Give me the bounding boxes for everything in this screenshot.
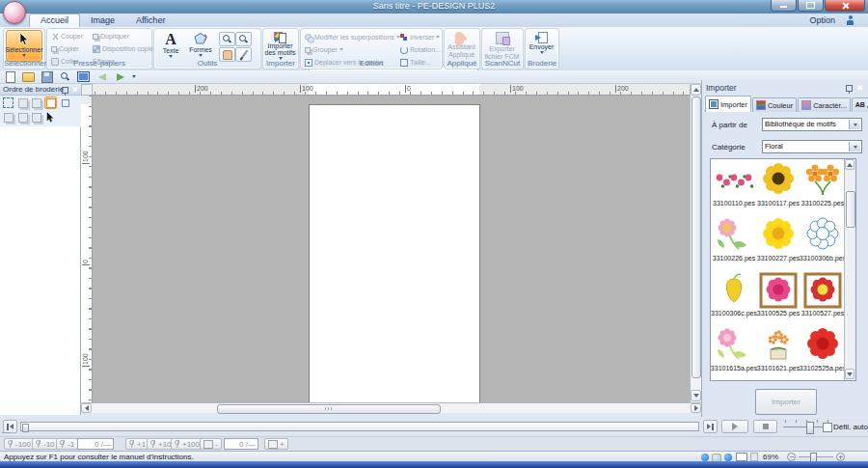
tab-caracteristiques[interactable]: Caractér... bbox=[798, 97, 851, 112]
zoom-in-button[interactable] bbox=[836, 453, 845, 461]
zoom-in-button[interactable] bbox=[219, 32, 235, 46]
motif-item[interactable]: 33101621.pes bbox=[756, 325, 800, 380]
new-button[interactable] bbox=[4, 71, 16, 82]
scroll-down-button[interactable] bbox=[691, 390, 701, 401]
import-patterns-button[interactable]: Importer des motifs bbox=[264, 30, 296, 60]
array-copies-button[interactable]: Disposition copies bbox=[93, 43, 162, 54]
tab-image[interactable]: Image bbox=[80, 14, 125, 27]
stop-button[interactable] bbox=[753, 420, 777, 433]
motif-item[interactable]: 33100226.pes bbox=[712, 215, 756, 270]
undo-button[interactable] bbox=[95, 71, 108, 82]
pick-button[interactable] bbox=[44, 111, 57, 124]
frame-view-button[interactable] bbox=[44, 96, 57, 109]
maximize-button[interactable] bbox=[798, 0, 824, 12]
frame-count-field[interactable]: 0 /— bbox=[224, 438, 258, 450]
pin-icon[interactable] bbox=[62, 87, 68, 94]
color-order-button[interactable] bbox=[2, 111, 14, 124]
toolbar-overflow-icon[interactable] bbox=[132, 75, 136, 78]
grid-scroll-thumb[interactable] bbox=[846, 191, 855, 228]
view-stitch-button[interactable] bbox=[701, 454, 709, 461]
stitch-count-field[interactable]: 0 /— bbox=[77, 438, 114, 450]
tab-importer[interactable]: Importer bbox=[705, 96, 751, 112]
play-button[interactable] bbox=[721, 420, 748, 433]
category-select[interactable]: Floral bbox=[762, 140, 862, 153]
go-last-button[interactable] bbox=[703, 420, 718, 433]
text-button[interactable]: A Texte bbox=[158, 30, 183, 60]
frame-plus-button[interactable]: + bbox=[264, 438, 288, 450]
save-button[interactable] bbox=[41, 71, 53, 82]
group-button[interactable]: Grouper bbox=[305, 44, 343, 55]
frame-minus-button[interactable]: - bbox=[200, 438, 222, 450]
stitch-minus-100-button[interactable]: -100 bbox=[4, 438, 35, 450]
horizontal-scrollbar[interactable] bbox=[81, 402, 701, 413]
motif-item[interactable]: 33100306b.pes bbox=[800, 215, 845, 270]
motif-item[interactable]: 33100225.pes bbox=[800, 160, 845, 215]
stitch-plus-100-button[interactable]: +100 bbox=[171, 438, 203, 450]
motif-item[interactable]: 33102525a.pes bbox=[800, 325, 845, 380]
design-property-button[interactable] bbox=[77, 71, 90, 82]
grid-scroll-down[interactable] bbox=[845, 369, 854, 379]
stitch-progress-thumb[interactable] bbox=[22, 424, 29, 432]
app-logo-icon[interactable] bbox=[3, 1, 26, 24]
applique-wizard-button[interactable]: Assistant Appliqué bbox=[446, 30, 477, 60]
scroll-up-button[interactable] bbox=[691, 84, 701, 96]
vertical-scrollbar[interactable] bbox=[690, 84, 701, 402]
scroll-right-button[interactable] bbox=[691, 403, 701, 413]
option-menu[interactable]: Option bbox=[809, 15, 835, 25]
flip-button[interactable]: Inverser bbox=[400, 32, 440, 42]
stitch-minus-1-button[interactable]: -1 bbox=[56, 438, 78, 450]
modify-overlaps-button[interactable]: Modifier les superpositions bbox=[305, 32, 400, 42]
motif-item[interactable]: 33100527.pes bbox=[800, 270, 845, 325]
design-page[interactable] bbox=[309, 104, 480, 402]
design-property-status-icon[interactable] bbox=[750, 453, 758, 461]
stitch-progress-track[interactable] bbox=[20, 422, 699, 431]
shapes-button[interactable]: Formes bbox=[186, 30, 215, 60]
grid-scrollbar[interactable] bbox=[844, 159, 855, 380]
select-button[interactable]: Sélectionner bbox=[6, 30, 42, 62]
open-button[interactable] bbox=[22, 71, 35, 82]
view-mode-button[interactable] bbox=[736, 453, 747, 461]
select-all-button[interactable] bbox=[2, 96, 14, 109]
export-fcm-button[interactable]: Exporter fichier FCM bbox=[484, 30, 520, 60]
dropdown-button[interactable] bbox=[849, 142, 860, 151]
grid-scroll-up[interactable] bbox=[845, 159, 854, 170]
move-up-button[interactable] bbox=[16, 96, 29, 109]
zoom-out-button[interactable] bbox=[235, 32, 252, 46]
move-down-button[interactable] bbox=[30, 96, 42, 109]
stitch-minus-10-button[interactable]: -10 bbox=[32, 438, 59, 450]
lock-button[interactable] bbox=[16, 111, 29, 124]
motif-item[interactable]: 33101615a.pes bbox=[712, 325, 756, 380]
motif-item[interactable]: 33100227.pes bbox=[756, 215, 800, 270]
hide-button[interactable] bbox=[30, 111, 42, 124]
redo-button[interactable] bbox=[114, 71, 126, 82]
speed-slider-thumb[interactable] bbox=[806, 422, 814, 434]
view-solid-button[interactable] bbox=[724, 454, 732, 461]
motif-item[interactable]: 33100110.pes bbox=[712, 160, 756, 215]
dropdown-button[interactable] bbox=[849, 120, 860, 129]
tab-attributs[interactable]: ABAttribut... bbox=[852, 97, 868, 112]
tab-couleur[interactable]: Couleur bbox=[752, 97, 797, 112]
auto-scroll-checkbox[interactable] bbox=[823, 423, 832, 432]
minimize-button[interactable] bbox=[771, 0, 797, 12]
from-select[interactable]: Bibliothèque de motifs bbox=[762, 118, 862, 131]
send-button[interactable]: Envoyer bbox=[527, 30, 556, 60]
panel-close-icon[interactable] bbox=[72, 87, 77, 92]
duplicate-button[interactable]: Dupliquer bbox=[93, 31, 129, 41]
zoom-tool-button[interactable] bbox=[59, 71, 71, 82]
motif-item[interactable]: 33100306c.pes bbox=[712, 270, 756, 325]
help-icon[interactable] bbox=[846, 15, 854, 25]
import-motif-button[interactable]: Importer bbox=[755, 389, 817, 415]
design-canvas[interactable] bbox=[93, 96, 690, 402]
copy-button[interactable]: Copier bbox=[51, 43, 79, 54]
motif-item[interactable]: 33100117.pes bbox=[756, 160, 800, 215]
panel-close-icon[interactable] bbox=[857, 85, 862, 90]
hscroll-thumb[interactable] bbox=[217, 404, 441, 414]
motif-item[interactable]: 33100525.pes bbox=[756, 270, 800, 325]
vscroll-thumb[interactable] bbox=[692, 96, 701, 378]
sewing-order-list[interactable] bbox=[0, 126, 80, 415]
zoom-out-button[interactable] bbox=[787, 453, 796, 461]
rotation-button[interactable]: Rotation... bbox=[400, 44, 441, 55]
scroll-left-button[interactable] bbox=[81, 403, 92, 413]
cut-button[interactable]: Couper bbox=[51, 31, 83, 41]
tab-accueil[interactable]: Accueil bbox=[29, 14, 80, 27]
